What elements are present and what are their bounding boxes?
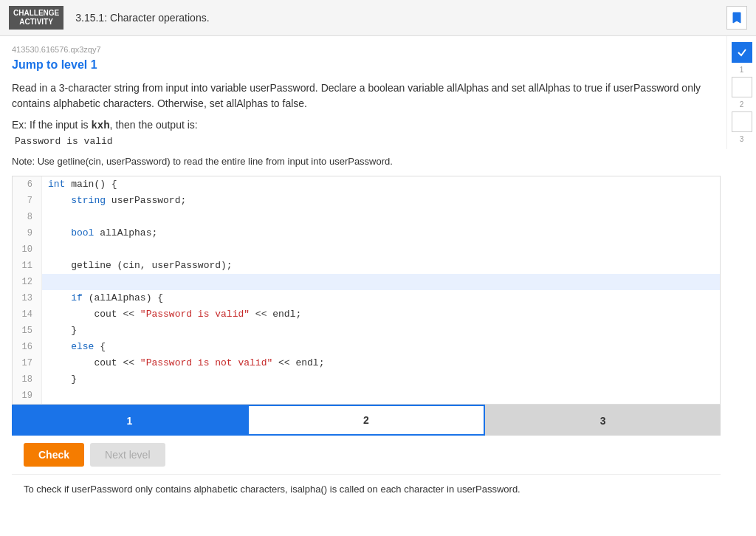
code-line-19: 19 [13, 388, 720, 404]
code-editor[interactable]: 6 int main() { 7 string userPassword; 8 … [12, 176, 721, 405]
sidebar-level-2-label: 2 [740, 100, 744, 109]
tab-3[interactable]: 3 [485, 405, 721, 436]
challenge-label: CHALLENGE ACTIVITY [9, 6, 63, 30]
code-line-16: 16 else { [13, 339, 720, 355]
check-button[interactable]: Check [24, 443, 84, 467]
sidebar-level-1[interactable] [732, 42, 752, 63]
sidebar-level-1-label: 1 [740, 66, 744, 74]
code-line-10: 10 [13, 241, 720, 258]
next-level-button: Next level [90, 443, 165, 467]
code-line-7: 7 string userPassword; [13, 193, 720, 209]
sidebar-level-2[interactable] [732, 77, 752, 97]
activity-id: 413530.616576.qx3zqy7 [12, 45, 721, 54]
example-input: kxh [91, 120, 109, 131]
header: CHALLENGE ACTIVITY 3.15.1: Character ope… [0, 0, 756, 36]
content-area: 413530.616576.qx3zqy7 Jump to level 1 Re… [0, 36, 756, 513]
right-sidebar: 1 2 3 [726, 36, 756, 149]
code-line-6: 6 int main() { [13, 176, 720, 193]
description-text: Read in a 3-character string from input … [12, 80, 721, 111]
example-suffix: , then the output is: [110, 119, 198, 131]
tab-2[interactable]: 2 [247, 405, 486, 436]
output-example: Password is valid [12, 136, 721, 147]
header-title: 3.15.1: Character operations. [75, 12, 715, 24]
note-text: Note: Use getline(cin, userPassword) to … [12, 156, 721, 167]
example-text: Ex: If the input is kxh, then the output… [12, 119, 721, 131]
code-line-9: 9 bool allAlphas; [13, 225, 720, 241]
bookmark-icon[interactable] [726, 6, 747, 30]
code-line-8: 8 [13, 209, 720, 225]
bottom-hint: To check if userPassword only contains a… [12, 474, 721, 504]
code-line-12: 12 [13, 274, 720, 290]
main-container: 1 2 3 413530.616576.qx3zqy7 Jump to leve… [0, 36, 756, 513]
tab-1[interactable]: 1 [12, 405, 247, 436]
code-line-18: 18 } [13, 371, 720, 388]
sidebar-level-3-label: 3 [740, 135, 744, 143]
jump-to-level-heading: Jump to level 1 [12, 58, 721, 72]
code-line-13: 13 if (allAlphas) { [13, 290, 720, 306]
code-line-14: 14 cout << "Password is valid" << endl; [13, 306, 720, 323]
example-prefix: Ex: If the input is [12, 119, 91, 131]
code-line-15: 15 } [13, 323, 720, 339]
code-line-11: 11 getline (cin, userPassword); [13, 258, 720, 274]
code-line-17: 17 cout << "Password is not valid" << en… [13, 355, 720, 371]
action-bar: Check Next level [12, 436, 721, 474]
sidebar-level-3[interactable] [732, 111, 752, 132]
bottom-tabs: 1 2 3 [12, 405, 721, 436]
